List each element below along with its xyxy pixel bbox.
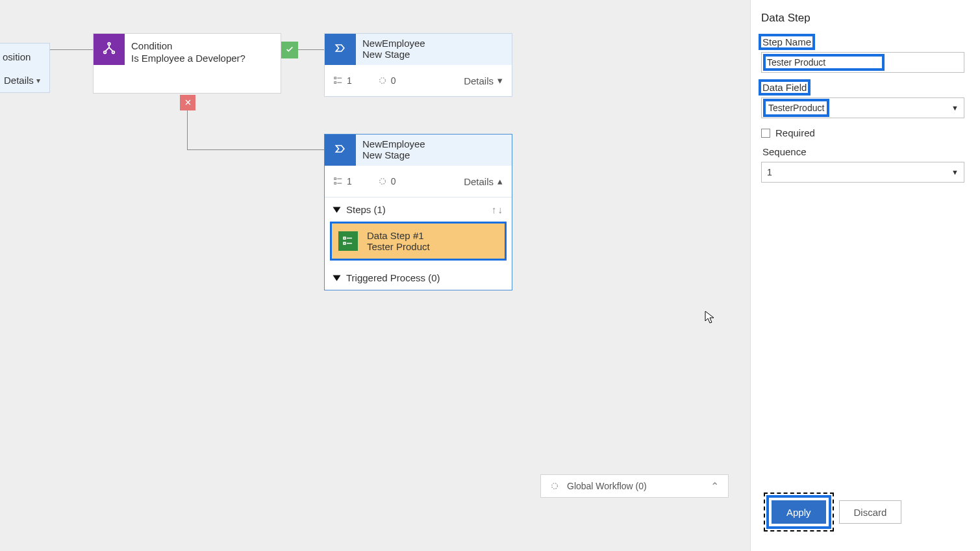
chevron-stage-icon bbox=[334, 42, 347, 57]
sequence-label: Sequence bbox=[761, 146, 808, 157]
step-name-input[interactable] bbox=[767, 57, 881, 68]
chevron-down-icon: ▼ bbox=[951, 168, 959, 176]
panel-title: Data Step bbox=[761, 12, 964, 25]
chevron-down-icon: ▼ bbox=[951, 104, 959, 112]
condition-node[interactable]: Condition Is Employee a Developer? bbox=[93, 33, 281, 94]
stage-entity: NewEmployee bbox=[362, 138, 425, 149]
data-field-label: Data Field bbox=[761, 82, 808, 93]
stage-icon-box bbox=[325, 34, 356, 65]
details-label: Details bbox=[464, 75, 494, 86]
triangle-down-icon bbox=[333, 207, 341, 212]
svg-point-1 bbox=[104, 51, 107, 54]
close-icon bbox=[184, 98, 192, 108]
triangle-down-icon bbox=[333, 275, 341, 281]
svg-point-11 bbox=[552, 483, 558, 489]
svg-rect-9 bbox=[344, 237, 346, 239]
tray-label: Global Workflow (0) bbox=[567, 481, 703, 491]
arrow-up-icon[interactable]: ↑ bbox=[492, 204, 497, 215]
chevron-stage-icon bbox=[334, 142, 347, 158]
condition-text: Is Employee a Developer? bbox=[131, 53, 245, 64]
connector bbox=[187, 110, 188, 149]
triggers-count: 0 bbox=[391, 75, 396, 86]
triggers-count: 0 bbox=[391, 176, 396, 186]
chevron-up-icon: ⌃ bbox=[710, 480, 719, 493]
properties-panel: Data Step Step Name Data Field TesterPro… bbox=[750, 0, 980, 551]
data-field-select[interactable]: TesterProduct ▼ bbox=[761, 97, 964, 118]
data-field-value: TesterProduct bbox=[766, 101, 827, 114]
discard-button[interactable]: Discard bbox=[839, 500, 902, 524]
stage-entity: NewEmployee bbox=[362, 38, 425, 49]
stage-name: New Stage bbox=[362, 149, 425, 160]
svg-point-2 bbox=[112, 51, 115, 54]
required-checkbox[interactable] bbox=[761, 129, 770, 138]
triggered-process-header[interactable]: Triggered Process (0) bbox=[325, 266, 512, 290]
details-label: Details bbox=[464, 176, 494, 187]
data-step-item[interactable]: Data Step #1 Tester Product bbox=[330, 222, 507, 261]
stage-icon-box bbox=[325, 135, 356, 166]
details-toggle[interactable]: Details ▴ bbox=[464, 175, 503, 187]
chevron-up-icon: ▴ bbox=[497, 175, 503, 187]
steps-icon bbox=[334, 76, 343, 85]
triggers-icon bbox=[378, 76, 387, 85]
trig-header-label: Triggered Process (0) bbox=[346, 272, 440, 283]
arrow-down-icon[interactable]: ↓ bbox=[498, 204, 503, 215]
mouse-cursor bbox=[705, 311, 715, 325]
svg-rect-6 bbox=[334, 178, 336, 180]
svg-point-0 bbox=[108, 43, 110, 45]
svg-rect-10 bbox=[344, 242, 346, 244]
step-name-input-wrap[interactable] bbox=[761, 52, 964, 73]
apply-button-highlight: Apply bbox=[769, 498, 829, 526]
data-step-icon bbox=[338, 231, 358, 251]
steps-section-header[interactable]: Steps (1) ↑ ↓ bbox=[325, 198, 512, 222]
condition-no-badge bbox=[180, 95, 195, 110]
chevron-down-icon: ▾ bbox=[497, 75, 503, 86]
details-label: Details bbox=[4, 75, 34, 86]
condition-badge: Condition bbox=[131, 40, 245, 51]
steps-header-label: Steps (1) bbox=[346, 204, 386, 215]
steps-icon bbox=[334, 177, 343, 186]
step-title: Data Step #1 bbox=[367, 230, 430, 241]
stage-partial-title: osition bbox=[3, 51, 31, 62]
stage-name: New Stage bbox=[362, 49, 425, 60]
chevron-down-icon: ▾ bbox=[36, 76, 40, 85]
stage-node-1[interactable]: NewEmployee New Stage 1 0 Details ▾ bbox=[324, 33, 512, 97]
sequence-select[interactable]: 1 ▼ bbox=[761, 162, 964, 183]
svg-rect-3 bbox=[334, 77, 336, 79]
workflow-icon bbox=[550, 481, 559, 491]
steps-count: 1 bbox=[347, 75, 352, 86]
triggers-icon bbox=[378, 177, 387, 186]
sequence-value: 1 bbox=[767, 167, 772, 177]
branch-icon bbox=[102, 41, 116, 58]
details-toggle[interactable]: Details ▾ bbox=[4, 75, 40, 86]
stage-node-2[interactable]: NewEmployee New Stage 1 0 Details ▴ bbox=[324, 134, 512, 290]
step-name-label: Step Name bbox=[761, 36, 812, 47]
svg-rect-4 bbox=[334, 82, 336, 84]
steps-count: 1 bbox=[347, 176, 352, 186]
workflow-canvas[interactable]: osition Details ▾ Condition Is Employee … bbox=[0, 0, 750, 551]
svg-point-8 bbox=[379, 179, 385, 185]
condition-icon-box bbox=[94, 34, 125, 65]
required-label: Required bbox=[775, 127, 815, 138]
check-icon bbox=[285, 45, 294, 56]
connector bbox=[298, 49, 324, 50]
connector bbox=[50, 49, 93, 50]
svg-rect-7 bbox=[334, 183, 336, 185]
global-workflow-tray[interactable]: Global Workflow (0) ⌃ bbox=[540, 474, 729, 498]
step-subtitle: Tester Product bbox=[367, 241, 430, 252]
apply-button[interactable]: Apply bbox=[772, 500, 826, 524]
details-toggle[interactable]: Details ▾ bbox=[464, 75, 503, 86]
connector bbox=[187, 149, 324, 150]
svg-point-5 bbox=[379, 78, 385, 84]
condition-yes-badge bbox=[281, 42, 298, 58]
